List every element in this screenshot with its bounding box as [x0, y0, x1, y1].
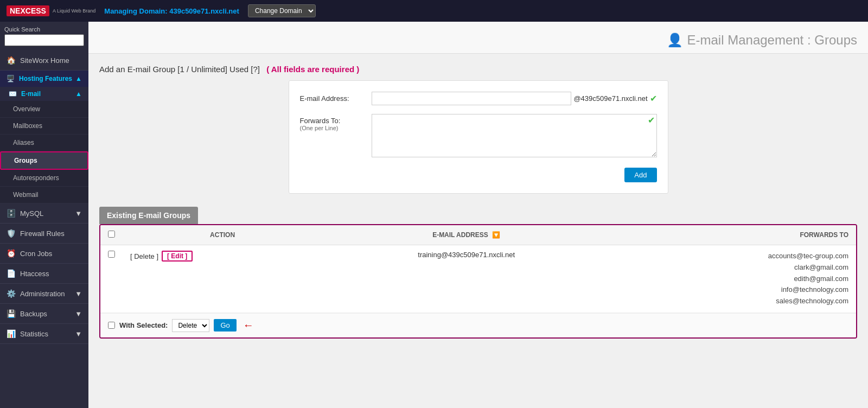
existing-groups-section: Existing E-mail Groups ACTION E-MAIL ADD… [99, 207, 857, 339]
quick-search-input[interactable] [4, 34, 84, 46]
forwards-valid-icon: ✔ [648, 115, 655, 125]
email-label: E-mail [21, 90, 41, 98]
email-groups-table: ACTION E-MAIL ADDRESS 🔽 FORWARDS TO [100, 225, 856, 313]
arrow-indicator: ← [243, 319, 254, 331]
sidebar-item-email[interactable]: ✉️ E-mail ▲ [0, 87, 88, 101]
email-address-input[interactable] [372, 92, 572, 105]
email-cell: training@439c509e71.nxcli.net [322, 245, 610, 313]
sidebar-item-backups[interactable]: 💾 Backups ▼ [0, 304, 88, 324]
logo-sub: A Liquid Web Brand [53, 8, 95, 14]
table-header-row: ACTION E-MAIL ADDRESS 🔽 FORWARDS TO [100, 225, 856, 245]
mysql-chevron: ▼ [75, 209, 82, 218]
row-checkbox[interactable] [108, 251, 115, 258]
form-actions: Add [300, 168, 657, 182]
forwards-cell: accounts@tec-group.com clark@gmail.com e… [610, 245, 856, 313]
forwards-to-row: Forwards To: (One per Line) ✔ [300, 114, 657, 159]
forwards-list: accounts@tec-group.com clark@gmail.com e… [618, 251, 848, 307]
existing-groups-header: Existing E-mail Groups [99, 207, 198, 224]
sidebar: Quick Search 🏠 SiteWorx Home 🖥️ Hosting … [0, 22, 88, 408]
monitor-icon: 🖥️ [7, 75, 15, 82]
required-note: ( All fields are required ) [266, 65, 359, 74]
email-icon: ✉️ [9, 90, 17, 98]
add-form-card: E-mail Address: @439c509e71.nxcli.net ✔ … [289, 80, 668, 194]
home-icon: 🏠 [7, 56, 16, 65]
forward-2: clark@gmail.com [618, 262, 848, 273]
footer-checkbox[interactable] [108, 322, 115, 329]
page-title: 👤 E-mail Management : Groups [667, 33, 857, 48]
sidebar-item-siteworx-home[interactable]: 🏠 SiteWorx Home [0, 50, 88, 71]
shield-icon: 🛡️ [7, 229, 16, 238]
sidebar-item-statistics[interactable]: 📊 Statistics ▼ [0, 324, 88, 344]
content-body: Add an E-mail Group [1 / Unlimited] Used… [88, 54, 868, 349]
table-row: [ Delete ] [ Edit ] training@439c509e71.… [100, 245, 856, 313]
row-checkbox-cell [100, 245, 123, 313]
stats-chevron: ▼ [75, 330, 82, 338]
sidebar-item-aliases[interactable]: Aliases [0, 135, 88, 151]
table-body: [ Delete ] [ Edit ] training@439c509e71.… [100, 245, 856, 313]
main-layout: Quick Search 🏠 SiteWorx Home 🖥️ Hosting … [0, 22, 868, 408]
sidebar-item-firewall-rules[interactable]: 🛡️ Firewall Rules [0, 224, 88, 244]
delete-link[interactable]: [ Delete ] [130, 252, 158, 260]
select-all-header [100, 225, 123, 245]
chart-icon: 📊 [7, 329, 16, 338]
content-area: 👤 E-mail Management : Groups Add an E-ma… [88, 22, 868, 408]
htaccess-label: Htaccess [20, 270, 49, 278]
sidebar-item-cron-jobs[interactable]: ⏰ Cron Jobs [0, 244, 88, 264]
sidebar-item-overview[interactable]: Overview [0, 101, 88, 118]
email-valid-icon: ✔ [650, 93, 657, 104]
forwards-sublabel: (One per Line) [300, 125, 365, 131]
edit-button[interactable]: [ Edit ] [162, 251, 193, 262]
quick-search-section: Quick Search [0, 22, 88, 50]
admin-chevron: ▼ [75, 290, 82, 298]
sidebar-item-hosting-features[interactable]: 🖥️ Hosting Features ▲ [0, 71, 88, 87]
email-groups-table-container: ACTION E-MAIL ADDRESS 🔽 FORWARDS TO [99, 224, 857, 339]
firewall-rules-label: Firewall Rules [20, 229, 65, 238]
action-cell: [ Delete ] [ Edit ] [123, 245, 322, 313]
add-form-header: Add an E-mail Group [1 / Unlimited] Used… [99, 65, 857, 74]
sidebar-item-autoresponders[interactable]: Autoresponders [0, 170, 88, 187]
sidebar-item-mysql[interactable]: 🗄️ MySQL ▼ [0, 203, 88, 224]
clock-icon: ⏰ [7, 249, 16, 258]
table-footer: With Selected: Delete Go ← [100, 313, 856, 337]
sidebar-item-htaccess[interactable]: 📄 Htaccess [0, 264, 88, 284]
forwards-to-textarea[interactable] [372, 114, 657, 157]
sidebar-item-mailboxes[interactable]: Mailboxes [0, 118, 88, 135]
sidebar-item-label: SiteWorx Home [20, 56, 69, 65]
sidebar-item-webmail[interactable]: Webmail [0, 187, 88, 203]
add-button[interactable]: Add [624, 168, 656, 182]
mysql-icon: 🗄️ [7, 209, 16, 218]
chevron-up-icon-email: ▲ [75, 90, 82, 98]
email-input-group: @439c509e71.nxcli.net ✔ [372, 92, 657, 105]
forward-1: accounts@tec-group.com [618, 251, 848, 262]
gear-icon: ⚙️ [7, 289, 16, 298]
forward-5: sales@technology.com [618, 296, 848, 307]
with-selected-label: With Selected: [119, 321, 168, 329]
action-select[interactable]: Delete [172, 319, 209, 332]
cron-jobs-label: Cron Jobs [20, 250, 52, 258]
action-buttons: [ Delete ] [ Edit ] [130, 251, 315, 262]
go-button[interactable]: Go [214, 319, 236, 331]
backups-label: Backups [20, 310, 47, 318]
email-sub-section: ✉️ E-mail ▲ Overview Mailboxes Aliases G… [0, 87, 88, 203]
logo: NEXCESS A Liquid Web Brand [7, 5, 95, 16]
chevron-up-icon: ▲ [75, 75, 82, 82]
sort-icon: 🔽 [492, 231, 500, 239]
hosting-features-label: Hosting Features [19, 75, 72, 82]
email-address-label: E-mail Address: [300, 92, 365, 103]
forward-3: edith@gmail.com [618, 273, 848, 285]
mysql-label: MySQL [20, 209, 43, 218]
email-address-row: E-mail Address: @439c509e71.nxcli.net ✔ [300, 92, 657, 105]
logo-text: NEXCESS [7, 5, 49, 16]
backup-chevron: ▼ [75, 310, 82, 318]
forwards-col-header: FORWARDS TO [610, 225, 856, 245]
forwards-textarea-wrapper: ✔ [372, 114, 657, 159]
action-col-header: ACTION [123, 225, 322, 245]
administration-label: Administration [20, 290, 65, 298]
domain-name: 439c509e71.nxcli.net [169, 7, 239, 15]
change-domain-select[interactable]: Change Domain [248, 4, 316, 17]
file-icon: 📄 [7, 269, 16, 278]
sidebar-item-groups[interactable]: Groups [0, 151, 88, 170]
statistics-label: Statistics [20, 330, 48, 338]
select-all-checkbox[interactable] [108, 231, 115, 238]
sidebar-item-administration[interactable]: ⚙️ Administration ▼ [0, 284, 88, 304]
